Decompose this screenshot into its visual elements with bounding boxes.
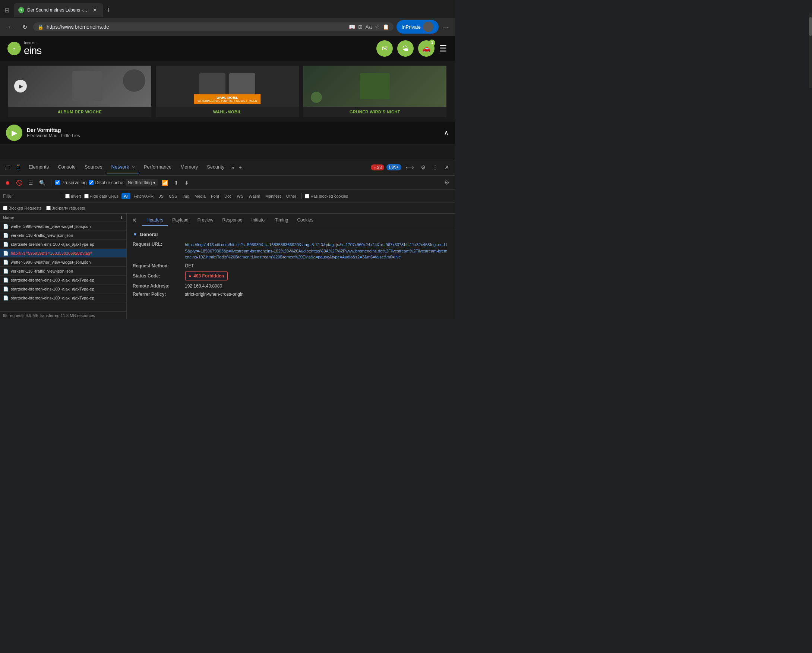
translate-icon[interactable]: Aa: [366, 24, 372, 30]
immersive-reader-icon[interactable]: ⊞: [358, 24, 363, 30]
filter-type-css[interactable]: CSS: [166, 193, 180, 199]
net-item-2[interactable]: 📄 startseite-bremen-eins-100~ajax_ajaxTy…: [0, 240, 126, 249]
player-chevron-icon[interactable]: ∧: [444, 128, 449, 137]
play-overlay: ▶: [14, 80, 27, 92]
tab-memory[interactable]: Memory: [176, 161, 202, 173]
tab-performance[interactable]: Performance: [139, 161, 176, 173]
tab-close-button[interactable]: ✕: [91, 6, 99, 14]
more-options-button[interactable]: ···: [441, 21, 450, 32]
tab-console[interactable]: Console: [53, 161, 80, 173]
download-button[interactable]: ⬇: [183, 179, 191, 187]
detail-tab-timing[interactable]: Timing: [270, 215, 293, 226]
third-party-checkbox[interactable]: [46, 206, 51, 210]
network-list-sort-icon[interactable]: ⬇: [120, 215, 124, 220]
new-tab-button[interactable]: +: [103, 5, 114, 16]
net-item-1[interactable]: 📄 verkehr-116~traffic_view-json.json: [0, 231, 126, 240]
card-garden[interactable]: GRÜNER WIRD'S NICHT: [303, 66, 446, 117]
favorites-icon[interactable]: ☆: [375, 24, 380, 30]
detail-tab-preview[interactable]: Preview: [193, 215, 218, 226]
upload-button[interactable]: ⬆: [172, 179, 180, 187]
preserve-log-checkbox[interactable]: [55, 180, 60, 185]
net-item-6[interactable]: 📄 startseite-bremen-eins-100~ajax_ajaxTy…: [0, 275, 126, 284]
net-item-0[interactable]: 📄 wetter-3998~weather_view-widget-json.j…: [0, 222, 126, 231]
refresh-button[interactable]: ↻: [19, 22, 30, 32]
devtools-dock-button[interactable]: ⟺: [404, 163, 416, 172]
devtools-close-button[interactable]: ✕: [442, 163, 452, 172]
player-title: Der Vormittag: [27, 127, 440, 133]
filter-type-fetch[interactable]: Fetch/XHR: [131, 193, 156, 199]
filter-type-all[interactable]: All: [122, 193, 130, 199]
wifi-icon[interactable]: 📶: [160, 179, 170, 187]
player-play-button[interactable]: ▶: [6, 125, 22, 141]
network-tab-close[interactable]: ✕: [132, 165, 135, 169]
devtools-device-button[interactable]: 📱: [13, 163, 24, 172]
weather-icon-button[interactable]: 🌤: [397, 40, 414, 57]
filter-type-js[interactable]: JS: [157, 193, 166, 199]
has-blocked-cookies-checkbox[interactable]: [305, 194, 309, 199]
tab-security[interactable]: Security: [202, 161, 229, 173]
tab-elements[interactable]: Elements: [24, 161, 53, 173]
browser-tab[interactable]: 1 Der Sound meines Lebens - Brem ✕: [14, 3, 103, 17]
preserve-log-label[interactable]: Preserve log: [55, 180, 87, 185]
network-settings-button[interactable]: ⚙: [442, 178, 452, 187]
hide-data-urls-checkbox[interactable]: [84, 194, 89, 199]
clear-button[interactable]: 🚫: [14, 179, 24, 187]
mail-icon-button[interactable]: ✉: [376, 40, 393, 57]
detail-tab-initiator[interactable]: Initiator: [247, 215, 270, 226]
traffic-icon-button[interactable]: 🚗 3: [418, 40, 435, 57]
invert-checkbox[interactable]: [65, 194, 70, 199]
search-button[interactable]: 🔍: [37, 179, 47, 187]
back-button[interactable]: ←: [5, 22, 17, 32]
filter-type-wasm[interactable]: Wasm: [246, 193, 263, 199]
devtools-more-button[interactable]: ⋮: [430, 163, 440, 172]
general-section-header[interactable]: ▼ General: [133, 232, 449, 237]
sidebar-toggle-button[interactable]: ⊟: [3, 5, 11, 15]
net-item-7[interactable]: 📄 startseite-bremen-eins-100~ajax_ajaxTy…: [0, 284, 126, 294]
net-item-5[interactable]: 📄 verkehr-116~traffic_view-json.json: [0, 267, 126, 275]
filter-type-media[interactable]: Media: [192, 193, 208, 199]
disable-cache-label[interactable]: Disable cache: [89, 180, 123, 185]
card-album[interactable]: ▶ ALBUM DER WOCHE: [8, 66, 151, 117]
devtools-inspect-button[interactable]: ⬚: [3, 163, 13, 172]
filter-button[interactable]: ☰: [26, 179, 35, 187]
net-item-3-icon: 📄: [3, 251, 9, 256]
more-tabs-button[interactable]: »: [229, 161, 236, 173]
collections-icon[interactable]: 📋: [383, 24, 389, 30]
detail-tab-response[interactable]: Response: [218, 215, 247, 226]
filter-type-doc[interactable]: Doc: [222, 193, 234, 199]
card-wahl[interactable]: WAHL MOBIL WIR BRINGEN DIE POLITIKER. SI…: [156, 66, 299, 117]
filter-type-manifest[interactable]: Manifest: [263, 193, 283, 199]
blocked-requests-label[interactable]: Blocked Requests: [3, 206, 42, 210]
filter-separator-2: [301, 193, 302, 199]
net-item-4[interactable]: 📄 wetter-3998~weather_view-widget-json.j…: [0, 258, 126, 267]
inprivate-button[interactable]: InPrivate: [397, 20, 439, 34]
devtools-settings-button[interactable]: ⚙: [418, 163, 428, 172]
record-button[interactable]: ⏺: [3, 179, 12, 187]
throttle-select[interactable]: No throttling ▾: [125, 179, 158, 187]
net-item-8[interactable]: 📄 startseite-bremen-eins-100~ajax_ajaxTy…: [0, 294, 126, 303]
filter-type-img[interactable]: Img: [180, 193, 192, 199]
info-badge: ℹ 99+: [386, 164, 401, 170]
filter-type-other[interactable]: Other: [284, 193, 299, 199]
filter-type-font[interactable]: Font: [209, 193, 221, 199]
filter-input[interactable]: [3, 194, 59, 199]
tab-network[interactable]: Network ✕: [107, 161, 139, 173]
hamburger-menu-button[interactable]: ☰: [439, 43, 447, 54]
tab-sources[interactable]: Sources: [80, 161, 107, 173]
filter-type-ws[interactable]: WS: [235, 193, 246, 199]
third-party-label[interactable]: 3rd-party requests: [46, 206, 85, 210]
disable-cache-checkbox[interactable]: [89, 180, 93, 185]
blocked-requests-checkbox[interactable]: [3, 206, 8, 210]
read-aloud-icon[interactable]: 📖: [349, 24, 355, 30]
net-item-3[interactable]: 📄 hit.xiti?s=595939&ts=1683538366920&vta…: [0, 249, 126, 258]
detail-tab-cookies[interactable]: Cookies: [293, 215, 317, 226]
details-close-button[interactable]: ✕: [130, 216, 139, 225]
network-list-scroll[interactable]: 📄 wetter-3998~weather_view-widget-json.j…: [0, 222, 126, 311]
add-tab-button[interactable]: +: [237, 161, 244, 173]
detail-tab-payload[interactable]: Payload: [168, 215, 193, 226]
address-input-wrap[interactable]: 🔒 https://www.bremeneins.de 📖 ⊞ Aa ☆ 📋: [33, 22, 394, 31]
invert-checkbox-label[interactable]: Invert: [65, 194, 81, 199]
detail-tab-headers[interactable]: Headers: [142, 215, 168, 226]
has-blocked-cookies-label[interactable]: Has blocked cookies: [305, 194, 348, 199]
hide-data-urls-label[interactable]: Hide data URLs: [84, 194, 119, 199]
